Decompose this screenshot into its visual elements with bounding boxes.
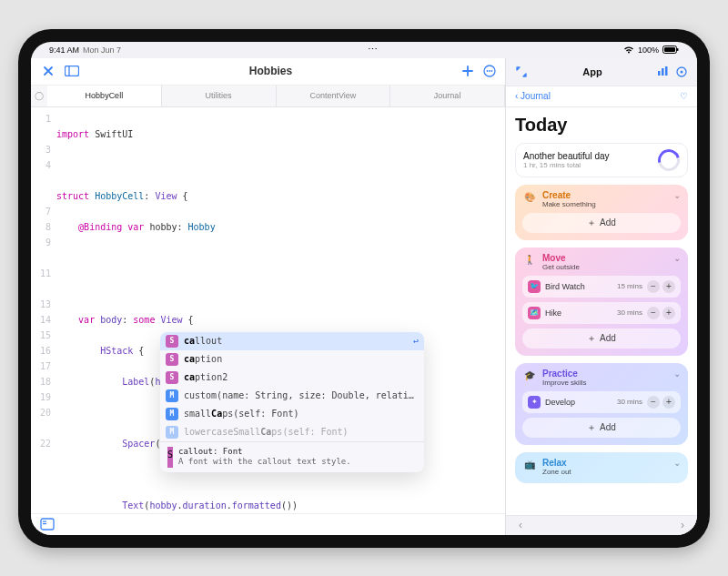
pin-icon[interactable]: [675, 66, 688, 78]
card-move[interactable]: 🚶 MoveGet outside ⌄ 🐦 Bird Watch 15 mins…: [515, 248, 688, 356]
return-key-icon: ↩︎: [413, 333, 419, 349]
svg-rect-14: [665, 66, 668, 76]
chart-icon[interactable]: [657, 66, 670, 78]
status-date: Mon Jun 7: [83, 45, 121, 55]
battery-percent: 100%: [638, 45, 659, 55]
svg-point-7: [489, 70, 490, 72]
add-button-practice[interactable]: ＋ Add: [522, 418, 681, 438]
svg-point-8: [491, 70, 493, 72]
expand-icon[interactable]: [515, 66, 528, 78]
minus-button[interactable]: −: [647, 307, 660, 319]
autocomplete-popup: S callout ↩︎ S caption S caption2: [160, 332, 424, 472]
line-gutter: 13478 91113141516 1718192022: [31, 107, 56, 513]
progress-ring-icon: [654, 145, 684, 175]
heart-icon[interactable]: ♡: [680, 91, 688, 101]
minus-button[interactable]: −: [647, 280, 660, 293]
suggest-callout[interactable]: S callout ↩︎: [160, 332, 424, 350]
back-button[interactable]: ‹ Journal: [515, 91, 551, 101]
nav-back-icon[interactable]: ‹: [519, 519, 522, 531]
preview-toolbar: App: [506, 58, 697, 86]
suggest-smallcaps[interactable]: M smallCaps(self: Font): [160, 405, 424, 423]
wifi-icon: [623, 45, 634, 54]
suggest-lowercasesmallcaps[interactable]: M lowercaseSmallCaps(self: Font): [160, 423, 424, 441]
bird-icon: 🐦: [528, 280, 541, 293]
tab-hobbycell[interactable]: HobbyCell: [47, 86, 162, 106]
plus-button[interactable]: +: [662, 280, 675, 293]
chevron-down-icon[interactable]: ⌄: [673, 253, 681, 263]
preview-subbar: ‹ Journal ♡: [506, 86, 697, 107]
today-heading: Today: [515, 115, 688, 136]
graduation-icon: 🎓: [522, 369, 537, 383]
tab-stop-icon[interactable]: ◯: [31, 86, 47, 106]
swift-icon: ✦: [528, 396, 541, 409]
editor-toolbar: Hobbies: [31, 58, 505, 86]
svg-rect-11: [43, 523, 46, 524]
code-editor[interactable]: 13478 91113141516 1718192022 import Swif…: [31, 107, 505, 513]
autocomplete-description: S callout: Font A font with the callout …: [160, 441, 424, 472]
library-icon[interactable]: [40, 518, 55, 531]
add-button-create[interactable]: ＋ Add: [522, 213, 681, 233]
preview-content[interactable]: Today Another beautiful day 1 hr, 15 min…: [506, 107, 697, 515]
nav-forward-icon[interactable]: ›: [681, 519, 684, 531]
svg-rect-13: [662, 68, 664, 76]
map-icon: 🗺️: [528, 307, 541, 319]
preview-pane: App ‹ Journal ♡ Today Another beautiful …: [506, 58, 697, 535]
journal-entry[interactable]: Another beautiful day 1 hr, 15 mins tota…: [515, 143, 688, 177]
chevron-down-icon[interactable]: ⌄: [673, 458, 681, 468]
plus-button[interactable]: +: [662, 307, 675, 319]
svg-rect-12: [658, 71, 661, 76]
battery-icon: [662, 45, 679, 54]
svg-rect-3: [66, 66, 79, 76]
task-birdwatch[interactable]: 🐦 Bird Watch 15 mins −+: [522, 276, 681, 298]
chevron-down-icon[interactable]: ⌄: [673, 369, 681, 379]
card-relax[interactable]: 📺 RelaxZone out ⌄: [515, 452, 688, 483]
svg-rect-10: [43, 521, 46, 522]
static-badge-icon: S: [166, 335, 178, 348]
sidebar-icon[interactable]: [64, 63, 80, 79]
status-time: 9:41 AM: [49, 45, 79, 55]
status-bar: 9:41 AM Mon Jun 7 ⋯ 100%: [31, 42, 697, 58]
preview-nav: ‹ ›: [506, 515, 697, 535]
tv-icon: 📺: [522, 458, 537, 472]
code-editor-pane: Hobbies ◯ HobbyCell Utilities ContentVie…: [31, 58, 506, 535]
close-icon[interactable]: [40, 63, 56, 79]
add-icon[interactable]: [461, 65, 474, 77]
svg-point-6: [487, 70, 489, 72]
preview-app-title: App: [535, 66, 650, 77]
card-practice[interactable]: 🎓 PracticeImprove skills ⌄ ✦ Develop 30 …: [515, 363, 688, 445]
chevron-down-icon[interactable]: ⌄: [673, 190, 681, 200]
suggest-custom[interactable]: M custom(name: String, size: Double, rel…: [160, 387, 424, 405]
add-button-move[interactable]: ＋ Add: [522, 328, 681, 349]
tab-journal[interactable]: Journal: [390, 86, 505, 106]
editor-footer: [31, 513, 505, 535]
task-hike[interactable]: 🗺️ Hike 30 mins −+: [522, 302, 681, 324]
walk-icon: 🚶: [522, 253, 537, 268]
editor-tabs: ◯ HobbyCell Utilities ContentView Journa…: [31, 86, 505, 107]
task-develop[interactable]: ✦ Develop 30 mins −+: [522, 391, 681, 413]
plus-button[interactable]: +: [662, 396, 675, 409]
svg-rect-1: [664, 47, 675, 52]
more-icon[interactable]: [483, 65, 496, 77]
minus-button[interactable]: −: [647, 396, 660, 409]
svg-point-16: [681, 70, 683, 73]
suggest-caption2[interactable]: S caption2: [160, 369, 424, 387]
suggest-caption[interactable]: S caption: [160, 350, 424, 369]
document-title: Hobbies: [89, 65, 452, 77]
tab-utilities[interactable]: Utilities: [162, 86, 277, 106]
palette-icon: 🎨: [522, 190, 537, 205]
card-create[interactable]: 🎨 CreateMake something ⌄ ＋ Add: [515, 185, 688, 240]
tab-contentview[interactable]: ContentView: [277, 86, 391, 106]
svg-rect-2: [677, 48, 679, 51]
